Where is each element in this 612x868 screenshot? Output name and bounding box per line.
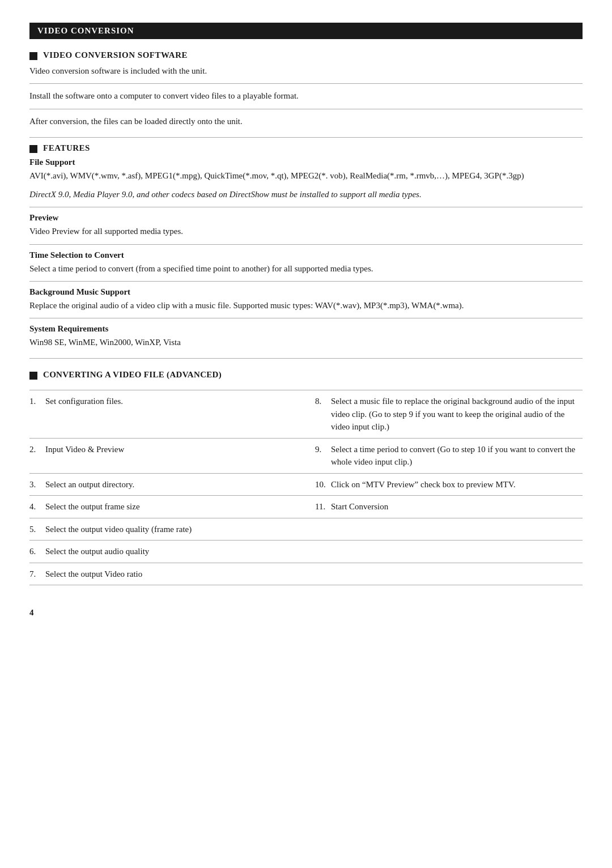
list-text: Select a time period to convert (Go to s… xyxy=(331,443,580,469)
features-heading: Features xyxy=(43,143,90,153)
bg-music-title: Background Music Support xyxy=(29,287,583,297)
features-section-body: File Support AVI(*.avi), WMV(*.wmv, *.as… xyxy=(29,158,583,350)
features-section-title: Features xyxy=(29,143,583,153)
list-item xyxy=(306,518,583,541)
black-square-icon-3 xyxy=(29,372,37,380)
file-support-body: AVI(*.avi), WMV(*.wmv, *.asf), MPEG1(*.m… xyxy=(29,169,583,182)
list-item: 11. Start Conversion xyxy=(306,496,583,518)
subsection-system-req: System Requirements Win98 SE, WinME, Win… xyxy=(29,324,583,349)
list-text: Select the output Video ratio xyxy=(45,568,142,581)
list-number: 4. xyxy=(29,500,45,513)
software-section-body: Video conversion software is included wi… xyxy=(29,65,583,128)
divider-main-2 xyxy=(29,358,583,359)
subsection-italic: DirectX 9.0, Media Player 9.0, and other… xyxy=(29,188,583,201)
list-number: 1. xyxy=(29,395,45,408)
preview-title: Preview xyxy=(29,213,583,223)
page-header: Video Conversion xyxy=(29,23,583,39)
list-text: Set configuration files. xyxy=(45,395,123,408)
list-item: 6. Select the output audio quality xyxy=(29,541,306,563)
subsection-file-support: File Support AVI(*.avi), WMV(*.wmv, *.as… xyxy=(29,158,583,182)
list-item: 4. Select the output frame size xyxy=(29,496,306,518)
software-para-3: After conversion, the files can be loade… xyxy=(29,115,583,128)
list-text: Start Conversion xyxy=(331,500,388,513)
list-item: 8. Select a music file to replace the or… xyxy=(306,390,583,439)
divider-1 xyxy=(29,83,583,84)
converting-heading: Converting a Video File (Advanced) xyxy=(43,370,222,380)
list-text: Input Video & Preview xyxy=(45,443,124,456)
preview-body: Video Preview for all supported media ty… xyxy=(29,225,583,238)
italic-note: DirectX 9.0, Media Player 9.0, and other… xyxy=(29,188,583,201)
list-text: Select the output video quality (frame r… xyxy=(45,523,192,536)
divider-3 xyxy=(29,207,583,207)
list-text: Select the output audio quality xyxy=(45,545,149,558)
converting-section: Converting a Video File (Advanced) 1. Se… xyxy=(29,370,583,585)
list-item: 10. Click on “MTV Preview” check box to … xyxy=(306,474,583,496)
list-item: 3. Select an output directory. xyxy=(29,474,306,496)
list-item xyxy=(306,541,583,563)
divider-main-1 xyxy=(29,137,583,138)
steps-list: 1. Set configuration files. 8. Select a … xyxy=(29,390,583,585)
system-req-body: Win98 SE, WinME, Win2000, WinXP, Vista xyxy=(29,336,583,349)
list-number: 3. xyxy=(29,478,45,491)
list-item: 2. Input Video & Preview xyxy=(29,439,306,474)
software-section: Video Conversion Software Video conversi… xyxy=(29,50,583,128)
features-section: Features File Support AVI(*.avi), WMV(*.… xyxy=(29,143,583,350)
black-square-icon xyxy=(29,52,37,60)
list-item: 5. Select the output video quality (fram… xyxy=(29,518,306,541)
divider-4 xyxy=(29,244,583,245)
list-item xyxy=(306,563,583,586)
page-header-title: Video Conversion xyxy=(37,26,134,35)
list-text: Select the output frame size xyxy=(45,500,140,513)
system-req-title: System Requirements xyxy=(29,324,583,334)
divider-6 xyxy=(29,318,583,318)
list-number: 11. xyxy=(315,500,331,513)
software-para-1: Video conversion software is included wi… xyxy=(29,65,583,78)
list-text: Click on “MTV Preview” check box to prev… xyxy=(331,478,516,491)
page-number: 4 xyxy=(29,608,583,618)
divider-2 xyxy=(29,109,583,109)
time-selection-body: Select a time period to convert (from a … xyxy=(29,262,583,275)
list-number: 6. xyxy=(29,545,45,558)
list-text: Select an output directory. xyxy=(45,478,134,491)
bg-music-body: Replace the original audio of a video cl… xyxy=(29,299,583,312)
list-number: 7. xyxy=(29,568,45,581)
list-item: 1. Set configuration files. xyxy=(29,390,306,439)
list-number: 5. xyxy=(29,523,45,536)
subsection-time-selection: Time Selection to Convert Select a time … xyxy=(29,250,583,275)
software-section-title: Video Conversion Software xyxy=(29,50,583,60)
list-text: Select a music file to replace the origi… xyxy=(331,395,580,433)
file-support-title: File Support xyxy=(29,158,583,167)
subsection-preview: Preview Video Preview for all supported … xyxy=(29,213,583,238)
software-para-2: Install the software onto a computer to … xyxy=(29,90,583,103)
list-item: 9. Select a time period to convert (Go t… xyxy=(306,439,583,474)
list-number: 8. xyxy=(315,395,331,408)
list-number: 10. xyxy=(315,478,331,491)
software-heading: Video Conversion Software xyxy=(43,50,188,60)
list-number: 9. xyxy=(315,443,331,456)
time-selection-title: Time Selection to Convert xyxy=(29,250,583,260)
list-number: 2. xyxy=(29,443,45,456)
subsection-bg-music: Background Music Support Replace the ori… xyxy=(29,287,583,312)
divider-5 xyxy=(29,281,583,282)
black-square-icon-2 xyxy=(29,145,37,153)
converting-title-row: Converting a Video File (Advanced) xyxy=(29,370,583,380)
list-item: 7. Select the output Video ratio xyxy=(29,563,306,586)
